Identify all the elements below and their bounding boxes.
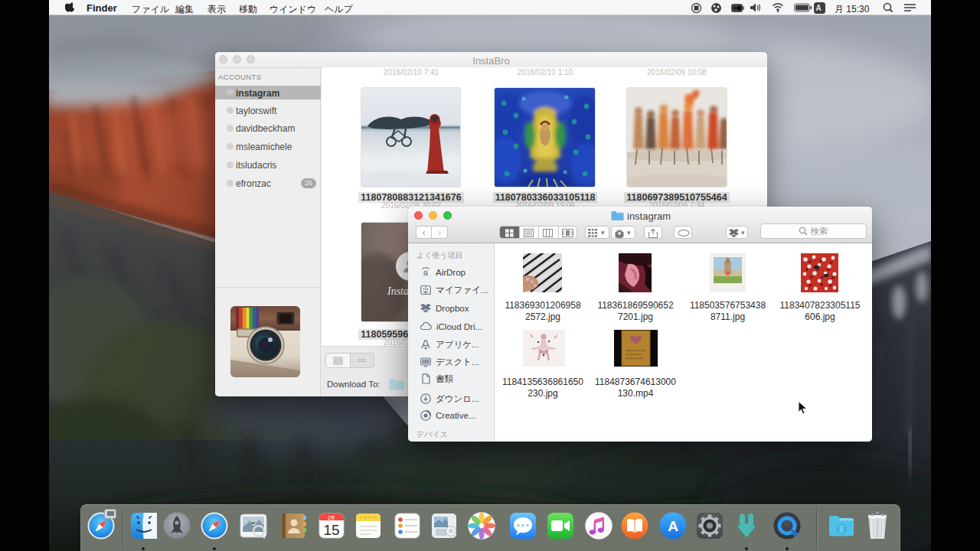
svg-text:Insta: Insta	[387, 285, 409, 297]
svg-text:A: A	[668, 518, 678, 534]
svg-text:2月: 2月	[327, 515, 335, 521]
svg-text:15: 15	[323, 522, 339, 538]
